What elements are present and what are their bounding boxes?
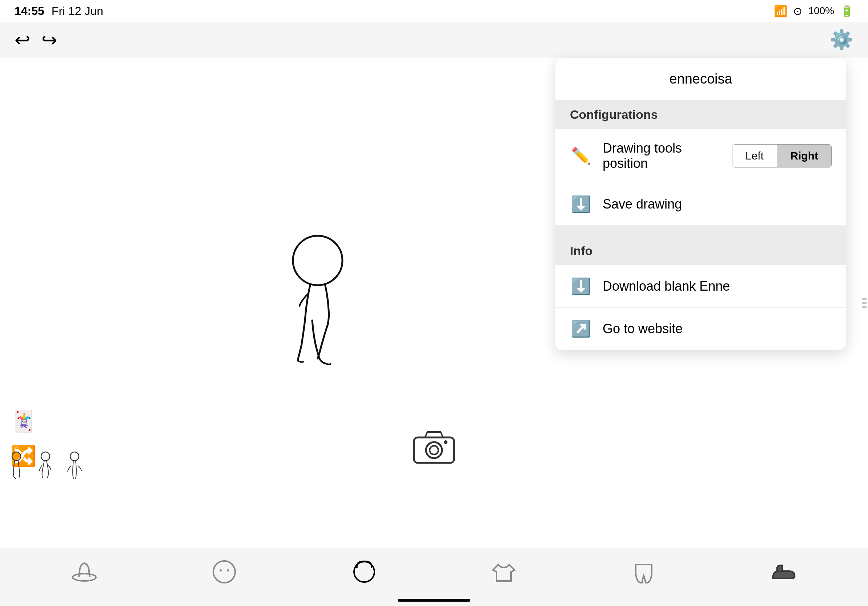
tab-indicator [398, 599, 470, 601]
section-gap [555, 226, 846, 237]
status-bar: 14:55 Fri 12 Jun 📶 ⊙ 100% 🔋 [0, 0, 868, 22]
svg-point-7 [444, 440, 448, 444]
settings-gear-button[interactable]: ⚙️ [830, 29, 854, 51]
signal-icon: ⊙ [793, 5, 802, 17]
status-time: 14:55 [14, 5, 44, 18]
sidebar-handle[interactable] [861, 295, 868, 311]
svg-point-5 [426, 442, 442, 458]
cards-tool[interactable]: 🃏 [11, 409, 36, 433]
camera-button[interactable] [412, 428, 456, 472]
redo-button[interactable]: ↪ [42, 29, 57, 51]
external-link-icon: ↗️ [570, 319, 592, 338]
go-to-website-row[interactable]: ↗️ Go to website [555, 308, 846, 350]
shoes-icon [769, 557, 798, 586]
save-drawing-label: Save drawing [603, 196, 832, 212]
handle-line-2 [862, 303, 867, 304]
tab-pants[interactable] [629, 557, 658, 586]
status-icons: 📶 ⊙ 100% 🔋 [774, 5, 854, 17]
tab-hat[interactable] [70, 557, 99, 586]
position-right-button[interactable]: Right [777, 145, 831, 167]
settings-app-name: ennecoisa [555, 58, 846, 100]
svg-point-1 [12, 452, 21, 461]
download-icon: ⬇️ [570, 277, 592, 296]
download-blank-label: Download blank Enne [603, 279, 832, 294]
svg-point-6 [429, 446, 439, 454]
hat-icon [70, 557, 99, 586]
position-segmented-control: Left Right [732, 144, 832, 167]
svg-point-9 [213, 561, 235, 583]
hair-icon [350, 557, 379, 586]
drawing-tools-icon: ✏️ [570, 147, 592, 165]
position-left-button[interactable]: Left [732, 145, 777, 167]
settings-panel: ennecoisa Configurations ✏️ Drawing tool… [555, 58, 846, 350]
download-blank-row[interactable]: ⬇️ Download blank Enne [555, 265, 846, 308]
tab-shirt[interactable] [489, 557, 518, 586]
handle-line-1 [862, 298, 867, 300]
configurations-header: Configurations [555, 100, 846, 129]
character-drawing [274, 233, 369, 373]
save-drawing-row[interactable]: ⬇️ Save drawing [555, 183, 846, 226]
svg-point-10 [220, 569, 222, 572]
status-date: Fri 12 Jun [52, 5, 103, 18]
svg-point-8 [73, 574, 96, 581]
svg-point-3 [70, 452, 79, 461]
svg-point-0 [293, 236, 343, 285]
save-icon: ⬇️ [570, 195, 592, 213]
wifi-icon: 📶 [774, 5, 787, 17]
top-toolbar: ↩ ↪ ⚙️ [0, 22, 868, 58]
undo-button[interactable]: ↩ [14, 29, 31, 51]
tab-bar [0, 548, 868, 606]
go-to-website-label: Go to website [603, 321, 832, 336]
face-icon [210, 557, 239, 586]
pants-icon [629, 557, 658, 586]
tab-shoes[interactable] [769, 557, 798, 586]
tab-hair[interactable] [350, 557, 379, 586]
info-header: Info [555, 237, 846, 265]
shirt-icon [489, 557, 518, 586]
tab-face[interactable] [210, 557, 239, 586]
pose-options [7, 450, 95, 486]
svg-point-11 [227, 569, 229, 572]
pose-thumbnails [7, 450, 95, 486]
handle-line-3 [862, 307, 867, 308]
drawing-tools-label: Drawing tools position [603, 141, 721, 171]
battery-icon: 🔋 [840, 5, 854, 17]
drawing-tools-position-row: ✏️ Drawing tools position Left Right [555, 129, 846, 183]
battery-text: 100% [808, 5, 834, 17]
svg-point-2 [41, 452, 50, 461]
